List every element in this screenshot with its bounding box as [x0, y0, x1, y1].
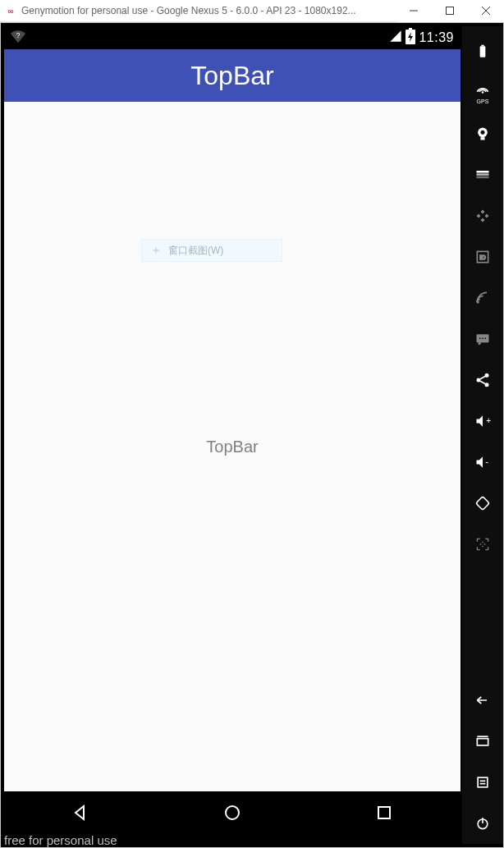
svg-point-11 — [482, 91, 484, 94]
nav-recent-icon[interactable] — [462, 721, 503, 762]
power-icon[interactable] — [462, 803, 503, 844]
window-controls — [396, 0, 504, 22]
genymotion-logo-icon: ∞ — [5, 5, 16, 16]
svg-line-29 — [480, 381, 485, 383]
maximize-button[interactable] — [432, 0, 468, 22]
emulator-frame: ? 11:39 TopBar — [0, 22, 504, 848]
svg-text:-: - — [485, 456, 488, 466]
svg-rect-37 — [477, 739, 488, 745]
screencast-icon[interactable] — [462, 154, 503, 195]
app-content[interactable]: ＋ 窗口截图(W) TopBar — [4, 102, 460, 791]
android-navbar — [4, 791, 460, 834]
camera-icon[interactable] — [462, 113, 503, 154]
content-center-label: TopBar — [206, 438, 258, 456]
app-top-bar: TopBar — [4, 49, 460, 102]
svg-rect-1 — [447, 7, 454, 15]
appbar-title: TopBar — [190, 61, 273, 91]
statusbar-clock: 11:39 — [419, 30, 454, 45]
svg-point-25 — [485, 374, 489, 378]
pixel-perfect-icon[interactable] — [462, 524, 503, 565]
sms-icon[interactable] — [462, 319, 503, 360]
svg-rect-10 — [481, 45, 483, 47]
svg-rect-6 — [409, 28, 412, 30]
svg-rect-14 — [481, 137, 485, 140]
rotate-icon[interactable] — [462, 483, 503, 524]
share-icon[interactable] — [462, 360, 503, 401]
cellular-signal-icon — [389, 30, 402, 46]
svg-point-24 — [485, 337, 487, 339]
android-statusbar[interactable]: ? 11:39 — [4, 26, 460, 49]
volume-down-icon[interactable]: - — [462, 442, 503, 483]
svg-rect-9 — [480, 46, 486, 57]
device-screen: ? 11:39 TopBar — [4, 26, 460, 834]
window-title: Genymotion for personal use - Google Nex… — [21, 5, 396, 16]
gps-label: GPS — [477, 99, 489, 104]
svg-rect-39 — [478, 777, 488, 787]
watermark-text: free for personal use — [4, 833, 117, 847]
home-button[interactable] — [208, 796, 257, 829]
svg-text:+: + — [486, 416, 491, 425]
nav-back-icon[interactable] — [462, 680, 503, 721]
svg-point-27 — [485, 383, 489, 387]
minimize-button[interactable] — [396, 0, 432, 22]
wifi-unknown-icon: ? — [11, 29, 25, 47]
svg-text:ID: ID — [479, 254, 486, 261]
gps-icon[interactable]: GPS — [462, 72, 503, 113]
plus-icon: ＋ — [150, 245, 162, 256]
screenshot-menu-label: 窗口截图(W) — [168, 244, 223, 258]
remote-control-icon[interactable] — [462, 195, 503, 236]
svg-point-26 — [477, 378, 481, 383]
svg-rect-8 — [378, 807, 390, 818]
svg-point-13 — [481, 131, 485, 135]
battery-icon[interactable] — [462, 31, 503, 72]
back-button[interactable] — [56, 796, 105, 829]
svg-text:?: ? — [16, 32, 21, 39]
svg-rect-32 — [476, 497, 489, 510]
nav-menu-icon[interactable] — [462, 762, 503, 803]
svg-point-7 — [226, 806, 239, 819]
identifier-icon[interactable]: ID — [462, 236, 503, 277]
recents-button[interactable] — [360, 796, 409, 829]
svg-rect-16 — [477, 173, 489, 176]
svg-point-22 — [479, 337, 481, 339]
battery-charging-icon — [405, 28, 415, 48]
svg-rect-15 — [477, 171, 489, 173]
svg-rect-17 — [477, 176, 489, 179]
svg-line-28 — [480, 376, 485, 378]
window-titlebar: ∞ Genymotion for personal use - Google N… — [0, 0, 504, 22]
close-button[interactable] — [468, 0, 504, 22]
volume-up-icon[interactable]: + — [462, 401, 503, 442]
svg-point-20 — [477, 301, 479, 303]
screenshot-menu-item[interactable]: ＋ 窗口截图(W) — [141, 239, 282, 262]
genymotion-toolbar: GPS ID + - — [462, 26, 503, 844]
network-icon[interactable] — [462, 277, 503, 319]
svg-point-23 — [482, 337, 483, 339]
